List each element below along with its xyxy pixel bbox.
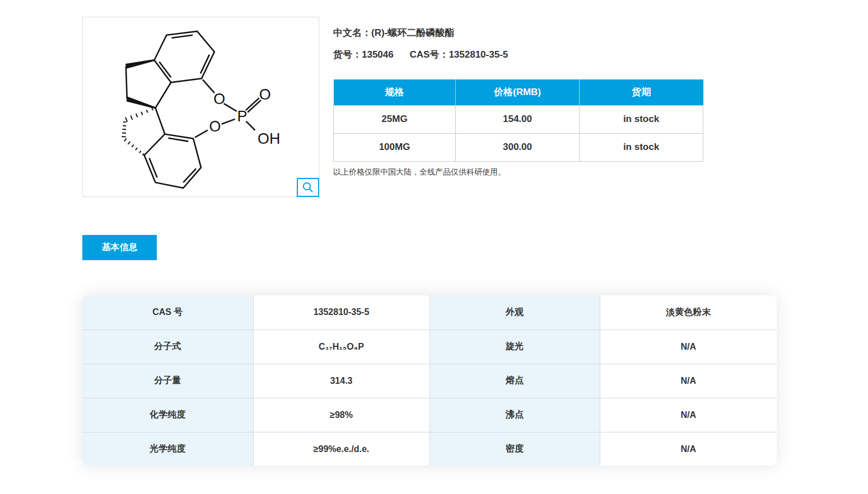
hashed-bond [125, 108, 153, 122]
leadtime-cell: in stock [580, 133, 703, 161]
spec-cell: 100MG [334, 133, 456, 161]
benzene-ring-top [155, 31, 214, 82]
price-header-leadtime: 货期 [580, 79, 703, 105]
sku-label: 货号： [333, 49, 362, 60]
tab-basic-info[interactable]: 基本信息 [82, 235, 157, 260]
price-table-header-row: 规格 价格(RMB) 货期 [334, 79, 703, 105]
cas-value: 1352810-35-5 [449, 49, 508, 60]
wedge-bond [125, 59, 155, 69]
product-name-line: 中文名：(R)-螺环二酚磷酸酯 [333, 26, 454, 39]
product-sku-line: 货号：135046 CAS号：1352810-35-5 [333, 48, 508, 61]
price-cell: 300.00 [456, 133, 580, 161]
price-header-price: 价格(RMB) [456, 79, 580, 105]
detail-label: CAS 号 [82, 295, 253, 330]
product-name-label: 中文名： [333, 27, 371, 38]
detail-value: N/A [600, 364, 777, 398]
detail-label: 化学纯度 [82, 398, 253, 432]
detail-label: 熔点 [430, 364, 600, 398]
price-note: 以上价格仅限中国大陆，全线产品仅供科研使用。 [333, 167, 506, 177]
detail-value: N/A [600, 432, 777, 465]
hashed-bond [124, 138, 144, 155]
detail-label: 旋光 [430, 330, 600, 364]
atom-o-double: O [259, 86, 271, 103]
spec-cell: 25MG [334, 105, 456, 133]
price-header-spec: 规格 [334, 79, 456, 105]
chemical-structure: O O P O OH [83, 17, 319, 196]
price-table-row: 100MG 300.00 in stock [334, 133, 703, 161]
price-table: 规格 价格(RMB) 货期 25MG 154.00 in stock 100MG… [333, 79, 703, 162]
detail-label: 密度 [430, 432, 600, 465]
detail-value: N/A [600, 398, 777, 432]
atom-o-upper: O [213, 91, 225, 107]
leadtime-cell: in stock [580, 105, 703, 133]
detail-value: ≥98% [253, 398, 430, 432]
details-row: CAS 号 1352810-35-5 外观 淡黄色粉末 [82, 295, 777, 330]
price-table-row: 25MG 154.00 in stock [334, 105, 703, 133]
cas-label: CAS号： [409, 49, 449, 60]
hashed-bond [122, 122, 126, 137]
wedge-bond [127, 97, 156, 109]
atom-p: P [237, 108, 248, 125]
atom-oh: OH [258, 130, 280, 147]
product-name: (R)-螺环二酚磷酸酯 [371, 27, 454, 38]
details-table: CAS 号 1352810-35-5 外观 淡黄色粉末 分子式 C₁₇H₁₅O₄… [82, 295, 777, 465]
details-row: 分子式 C₁₇H₁₅O₄P 旋光 N/A [82, 330, 777, 364]
details-row: 分子量 314.3 熔点 N/A [82, 364, 777, 398]
magnifier-icon [302, 181, 314, 194]
details-row: 光学纯度 ≥99%e.e./d.e. 密度 N/A [82, 432, 777, 465]
benzene-ring-bottom [144, 134, 201, 188]
sku-value: 135046 [362, 49, 394, 60]
details-row: 化学纯度 ≥98% 沸点 N/A [82, 398, 777, 432]
detail-label: 分子量 [82, 364, 253, 398]
product-structure-image: O O P O OH [82, 17, 319, 197]
detail-label: 分子式 [82, 330, 253, 364]
detail-value: 1352810-35-5 [253, 295, 430, 330]
detail-value: N/A [600, 330, 777, 364]
price-cell: 154.00 [456, 105, 580, 133]
detail-label: 光学纯度 [82, 432, 253, 465]
detail-label: 外观 [430, 295, 600, 330]
detail-value: ≥99%e.e./d.e. [253, 432, 430, 465]
detail-value: 314.3 [253, 364, 430, 398]
details-card: CAS 号 1352810-35-5 外观 淡黄色粉末 分子式 C₁₇H₁₅O₄… [82, 295, 777, 465]
detail-label: 沸点 [430, 398, 600, 432]
detail-value: 淡黄色粉末 [600, 295, 777, 330]
zoom-button[interactable] [297, 178, 319, 197]
atom-o-lower: O [209, 118, 221, 135]
product-page: O O P O OH 中文名：(R)-螺环二酚磷酸酯 货号：135046 CAS… [0, 0, 868, 494]
detail-value: C₁₇H₁₅O₄P [253, 330, 430, 364]
